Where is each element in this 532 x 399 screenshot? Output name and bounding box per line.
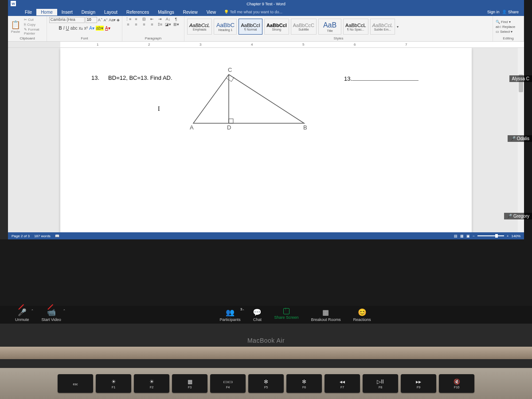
font-size-select[interactable]: 10 bbox=[86, 17, 97, 23]
font-color-button[interactable]: A▾ bbox=[105, 26, 110, 31]
participant-gregory[interactable]: 🎤 Gregory bbox=[504, 213, 532, 219]
grid-icon: ▦ bbox=[322, 308, 329, 317]
styles-more-button[interactable]: ▾ bbox=[397, 25, 399, 29]
tab-file[interactable]: File bbox=[20, 9, 36, 16]
dark-background bbox=[0, 239, 532, 306]
borders-button[interactable]: ⊞▾ bbox=[173, 22, 179, 27]
subscript-button[interactable]: x₂ bbox=[79, 26, 83, 31]
zoom-level[interactable]: 140% bbox=[512, 234, 520, 238]
sign-in-link[interactable]: Sign in bbox=[487, 10, 500, 14]
strikethrough-button[interactable]: abc bbox=[70, 26, 78, 31]
read-mode-icon[interactable]: ▤ bbox=[454, 234, 458, 238]
align-left-button[interactable]: ≡ bbox=[125, 22, 131, 27]
multilevel-button[interactable]: ⊟ bbox=[141, 17, 147, 21]
highlight-button[interactable]: ab▾ bbox=[96, 26, 104, 31]
reactions-button[interactable]: 😊 Reactions bbox=[347, 308, 377, 322]
tab-design[interactable]: Design bbox=[77, 9, 100, 16]
clear-formatting-button[interactable]: ◈ bbox=[117, 18, 120, 22]
line-spacing-button[interactable]: ‡≡ bbox=[157, 22, 163, 27]
zoom-out-button[interactable]: − bbox=[473, 234, 475, 238]
style-title[interactable]: AaBTitle bbox=[318, 19, 341, 35]
select-button[interactable]: ▭ Select ▾ bbox=[496, 30, 515, 34]
participant-odalis[interactable]: 🎤 Odalis bbox=[508, 135, 532, 142]
document-area[interactable]: 13. BD=12, BC=13. Find AD. I A B C D 13. bbox=[8, 48, 524, 232]
share-screen-button[interactable]: Share Screen bbox=[268, 308, 305, 322]
share-button[interactable]: 👤 Share bbox=[502, 10, 519, 14]
numbering-button[interactable]: ≡ bbox=[133, 17, 139, 21]
italic-button[interactable]: I bbox=[63, 26, 65, 31]
decrease-indent-button[interactable]: ⇤ bbox=[149, 17, 155, 21]
key-f5[interactable]: ✻F5 bbox=[248, 374, 284, 393]
style-subtitle[interactable]: AaBbCcCSubtitle bbox=[291, 19, 317, 35]
editing-group: 🔍 Find ▾ ab↕ Replace ▭ Select ▾ Editing bbox=[493, 16, 524, 41]
font-name-select[interactable]: Cambria (Hea bbox=[49, 17, 85, 23]
align-center-button[interactable]: ≡ bbox=[133, 22, 139, 27]
tab-view[interactable]: View bbox=[202, 9, 221, 16]
style-subtleem[interactable]: AaBbCcLSubtle Em... bbox=[370, 19, 395, 35]
justify-button[interactable]: ≡ bbox=[149, 22, 155, 27]
text-effects-button[interactable]: A▾ bbox=[89, 26, 94, 31]
key-f10[interactable]: 🔇F10 bbox=[439, 374, 474, 393]
replace-button[interactable]: ab↕ Replace bbox=[496, 25, 515, 29]
superscript-button[interactable]: x² bbox=[84, 26, 88, 31]
sort-button[interactable]: A↓ bbox=[165, 17, 171, 21]
style-strong[interactable]: AaBbCcIStrong bbox=[264, 19, 289, 35]
tab-mailings[interactable]: Mailings bbox=[153, 9, 179, 16]
triangle-figure: A B C D bbox=[184, 66, 317, 132]
ribbon: 📋 Paste ✂ Cut ⎘ Copy ✎ Format Painter Cl… bbox=[8, 16, 524, 42]
unmute-button[interactable]: 🎤 Unmute ⌃ bbox=[9, 308, 35, 322]
change-case-button[interactable]: Aa▾ bbox=[109, 18, 116, 22]
grow-font-button[interactable]: A˄ bbox=[98, 18, 103, 22]
key-f9[interactable]: ▸▸F9 bbox=[401, 374, 436, 393]
show-marks-button[interactable]: ¶ bbox=[173, 17, 179, 21]
find-button[interactable]: 🔍 Find ▾ bbox=[496, 20, 515, 24]
chevron-up-icon[interactable]: ⌃ bbox=[63, 309, 66, 313]
key-f8[interactable]: ▷IIF8 bbox=[363, 374, 398, 393]
underline-button[interactable]: U bbox=[66, 26, 69, 31]
align-right-button[interactable]: ≡ bbox=[141, 22, 147, 27]
increase-indent-button[interactable]: ⇥ bbox=[157, 17, 163, 21]
bold-button[interactable]: B bbox=[59, 26, 62, 31]
tab-insert[interactable]: Insert bbox=[57, 9, 77, 16]
key-f4[interactable]: ▭▭F4 bbox=[210, 374, 246, 393]
tab-layout[interactable]: Layout bbox=[100, 9, 122, 16]
spellcheck-icon[interactable]: 📖 bbox=[55, 234, 59, 238]
start-video-button[interactable]: 📹 Start Video ⌃ bbox=[35, 308, 67, 322]
horizontal-ruler[interactable]: 1 2 3 4 5 6 7 bbox=[8, 42, 524, 48]
participants-button[interactable]: 👥 Participants 3 ⌃ bbox=[213, 308, 246, 322]
zoom-in-button[interactable]: + bbox=[507, 234, 509, 238]
chevron-up-icon[interactable]: ⌃ bbox=[242, 309, 245, 313]
key-f1[interactable]: ☀F1 bbox=[96, 374, 131, 393]
tab-review[interactable]: Review bbox=[179, 9, 202, 16]
document-page[interactable]: 13. BD=12, BC=13. Find AD. I A B C D 13. bbox=[60, 48, 472, 232]
shrink-font-button[interactable]: A˅ bbox=[104, 18, 108, 22]
bullets-button[interactable]: ⋮≡ bbox=[125, 17, 131, 21]
tab-references[interactable]: References bbox=[122, 9, 153, 16]
tell-me-search[interactable]: 💡 Tell me what you want to do... bbox=[224, 10, 282, 14]
page-indicator[interactable]: Page 2 of 3 bbox=[12, 234, 30, 238]
key-f2[interactable]: ☀F2 bbox=[134, 374, 169, 393]
style-emphasis[interactable]: AaBbCcLEmphasis bbox=[187, 19, 212, 35]
web-layout-icon[interactable]: ▣ bbox=[466, 234, 470, 238]
paste-button[interactable]: 📋 Paste bbox=[11, 20, 20, 34]
key-f3[interactable]: ▦F3 bbox=[172, 374, 207, 393]
style-heading1[interactable]: AaBbCHeading 1 bbox=[214, 19, 237, 35]
cut-button[interactable]: ✂ Cut bbox=[24, 18, 44, 22]
people-icon: 👥 bbox=[226, 308, 235, 317]
chat-button[interactable]: 💬 Chat bbox=[246, 308, 268, 322]
word-count[interactable]: 187 words bbox=[34, 234, 51, 238]
key-f6[interactable]: ✻F6 bbox=[286, 374, 322, 393]
breakout-rooms-button[interactable]: ▦ Breakout Rooms bbox=[305, 308, 347, 322]
shading-button[interactable]: ◪▾ bbox=[165, 22, 171, 27]
key-esc[interactable]: esc bbox=[58, 374, 93, 393]
copy-button[interactable]: ⎘ Copy bbox=[24, 23, 44, 27]
style-normal[interactable]: AaBbCcI¶ Normal bbox=[239, 19, 262, 35]
key-f7[interactable]: ◂◂F7 bbox=[325, 374, 360, 393]
participant-alyssa[interactable]: Alyssa C bbox=[509, 75, 532, 82]
format-painter-button[interactable]: ✎ Format Painter bbox=[24, 27, 44, 35]
style-nospacing[interactable]: AaBbCcL¶ No Spac... bbox=[343, 19, 368, 35]
print-layout-icon[interactable]: ▦ bbox=[460, 234, 464, 238]
zoom-slider[interactable] bbox=[477, 235, 504, 236]
tab-home[interactable]: Home bbox=[36, 9, 57, 16]
chevron-up-icon[interactable]: ⌃ bbox=[31, 309, 34, 313]
